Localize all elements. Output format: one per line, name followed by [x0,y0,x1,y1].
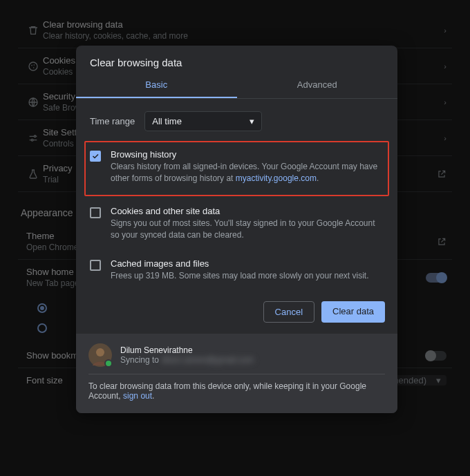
myactivity-link[interactable]: myactivity.google.com [236,173,317,183]
option-desc: Clears history from all signed-in device… [111,161,384,185]
checkbox-cookies[interactable] [90,207,101,218]
clear-browsing-data-dialog: Clear browsing data Basic Advanced Time … [76,46,397,413]
svg-point-3 [33,67,35,68]
avatar [88,343,112,367]
chevron-down-icon: ▾ [436,375,441,385]
option-desc: Frees up 319 MB. Some sites may load mor… [111,270,368,282]
cookie-icon [24,61,43,72]
timerange-label: Time range [90,116,135,126]
chevron-right-icon: › [444,134,446,142]
timerange-value: All time [152,116,182,126]
option-cookies[interactable]: Cookies and other site data Signs you ou… [88,199,385,251]
sign-out-link[interactable]: sign out [123,391,152,401]
option-cache[interactable]: Cached images and files Frees up 319 MB.… [88,251,385,292]
tabs: Basic Advanced [76,73,397,99]
open-external-icon[interactable] [437,169,446,179]
user-name: Dilum Senevirathne [120,345,254,355]
sync-badge-icon [104,359,113,368]
option-title: Cookies and other site data [111,206,384,216]
chevron-right-icon: › [444,98,446,106]
flask-icon [24,169,43,180]
home-button-toggle[interactable] [426,273,446,283]
chevron-down-icon: ▾ [250,116,254,126]
option-desc: Signs you out of most sites. You'll stay… [111,218,384,242]
svg-point-7 [96,348,104,356]
option-title: Cached images and files [111,258,368,269]
trash-icon [24,25,43,36]
svg-point-0 [29,62,37,70]
tab-basic[interactable]: Basic [76,73,237,98]
clear-data-button[interactable]: Clear data [321,301,385,323]
radio-custom[interactable] [37,323,47,333]
bookmarks-toggle[interactable] [426,351,446,361]
dialog-footer: Dilum Senevirathne Syncing to dilum.sene… [76,334,397,413]
svg-point-6 [31,139,33,141]
checkbox-cache[interactable] [90,260,101,271]
user-sync: Syncing to dilum.senevi@gmail.com [120,355,254,365]
row-title: Clear browsing data [43,19,444,30]
svg-point-2 [34,64,35,66]
sliders-icon [24,133,43,144]
tab-advanced[interactable]: Advanced [237,73,398,98]
row-clear-browsing-data[interactable]: Clear browsing dataClear history, cookie… [18,12,452,48]
globe-icon [24,97,43,108]
dialog-title: Clear browsing data [76,46,397,73]
open-external-icon[interactable] [437,237,446,247]
chevron-right-icon: › [444,26,446,35]
option-browsing-history[interactable]: Browsing history Clears history from all… [84,141,389,196]
timerange-select[interactable]: All time ▾ [144,111,262,131]
option-title: Browsing history [111,149,384,160]
checkbox-browsing[interactable] [90,151,101,162]
radio-newtab[interactable] [37,303,47,313]
svg-point-5 [34,135,36,137]
svg-point-1 [31,64,32,66]
user-email: dilum.senevi@gmail.com [161,355,254,365]
row-sub: Clear history, cookies, cache, and more [43,31,444,41]
chevron-right-icon: › [444,62,446,70]
footer-note: To clear browsing data from this device … [88,381,385,401]
cancel-button[interactable]: Cancel [263,301,314,323]
